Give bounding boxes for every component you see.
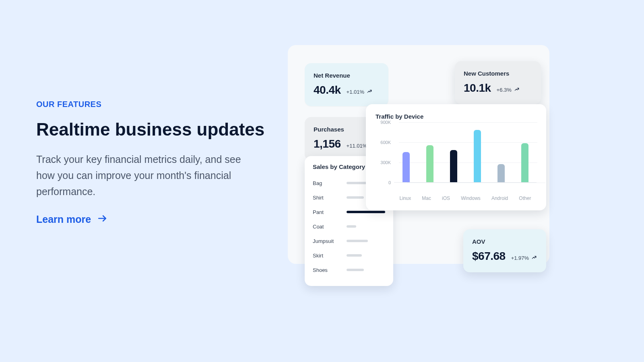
kpi-new-customers: New Customers 10.1k +6.3% — [455, 61, 541, 104]
kpi-label: AOV — [472, 238, 537, 245]
kpi-value: 40.4k — [314, 84, 341, 97]
y-axis: 900K600K300K0 — [376, 122, 394, 183]
sales-row: Coat — [313, 219, 385, 234]
x-tick: Windows — [461, 195, 481, 201]
chart-bar — [497, 164, 505, 182]
kpi-change: +6.3% — [497, 86, 520, 93]
y-tick: 900K — [380, 120, 391, 125]
trend-up-icon — [531, 255, 537, 261]
kpi-change-text: +6.3% — [497, 87, 512, 93]
kpi-change: +1.97% — [511, 255, 537, 261]
sales-row-label: Shirt — [313, 195, 324, 201]
sales-row-label: Bag — [313, 180, 322, 186]
chart-bar — [474, 130, 481, 182]
chart-area: 900K600K300K0 — [376, 122, 537, 191]
x-tick: Linux — [400, 195, 411, 201]
sales-row-label: Coat — [313, 224, 324, 230]
arrow-right-icon — [97, 213, 108, 226]
kpi-label: New Customers — [464, 70, 532, 77]
chart-bar — [402, 152, 410, 182]
chart-bars — [394, 122, 537, 183]
kpi-value: 10.1k — [464, 82, 491, 95]
sales-bar — [347, 196, 364, 199]
kpi-change-text: +11.01% — [347, 143, 367, 149]
kpi-change-text: +1.97% — [511, 255, 529, 261]
learn-more-link[interactable]: Learn more — [36, 213, 108, 226]
card-title: Traffic by Device — [376, 113, 537, 120]
sales-row: Shoes — [313, 263, 385, 277]
kpi-change: +1.01% — [347, 88, 372, 95]
sales-bar — [347, 225, 356, 228]
headline: Realtime business updates — [36, 119, 278, 140]
kpi-label: Net Revenue — [314, 72, 380, 79]
kpi-change-text: +1.01% — [347, 89, 364, 95]
learn-more-label: Learn more — [36, 214, 91, 225]
sales-bar-track — [347, 225, 385, 228]
sales-bar-track — [347, 240, 385, 242]
dashboard-panel: Net Revenue 40.4k +1.01% New Customers 1… — [288, 45, 549, 264]
y-tick: 300K — [380, 160, 391, 165]
chart-bar — [521, 143, 528, 182]
x-axis-labels: LinuxMaciOSWindowsAndroidOther — [394, 195, 537, 201]
chart-bar — [426, 145, 433, 182]
y-tick: 0 — [388, 180, 391, 185]
traffic-by-device-card: Traffic by Device 900K600K300K0 LinuxMac… — [366, 104, 546, 210]
sales-row: Jumpsuit — [313, 234, 385, 248]
description: Track your key financial metrics daily, … — [36, 151, 262, 200]
kpi-aov: AOV $67.68 +1.97% — [463, 229, 546, 272]
sales-row-label: Skirt — [313, 253, 323, 259]
kpi-value: 1,156 — [314, 138, 341, 150]
chart-bar — [450, 150, 457, 182]
x-tick: iOS — [442, 195, 450, 201]
sales-bar — [347, 211, 385, 213]
sales-bar — [347, 269, 364, 271]
sales-bar-track — [347, 254, 385, 257]
sales-row-label: Pant — [313, 209, 324, 215]
sales-bar — [347, 240, 368, 242]
trend-up-icon — [367, 88, 372, 95]
sales-row-label: Shoes — [313, 267, 328, 273]
sales-bar-track — [347, 211, 385, 213]
x-tick: Other — [519, 195, 531, 201]
y-tick: 600K — [380, 140, 391, 145]
x-tick: Mac — [422, 195, 431, 201]
feature-copy: OUR FEATURES Realtime business updates T… — [36, 100, 278, 226]
sales-bar-track — [347, 269, 385, 271]
sales-row-label: Jumpsuit — [313, 238, 334, 244]
kpi-net-revenue: Net Revenue 40.4k +1.01% — [305, 63, 388, 106]
sales-bar — [347, 254, 362, 257]
x-tick: Android — [491, 195, 508, 201]
sales-row: Skirt — [313, 248, 385, 263]
eyebrow: OUR FEATURES — [36, 100, 278, 109]
trend-up-icon — [514, 86, 520, 93]
kpi-value: $67.68 — [472, 250, 506, 263]
